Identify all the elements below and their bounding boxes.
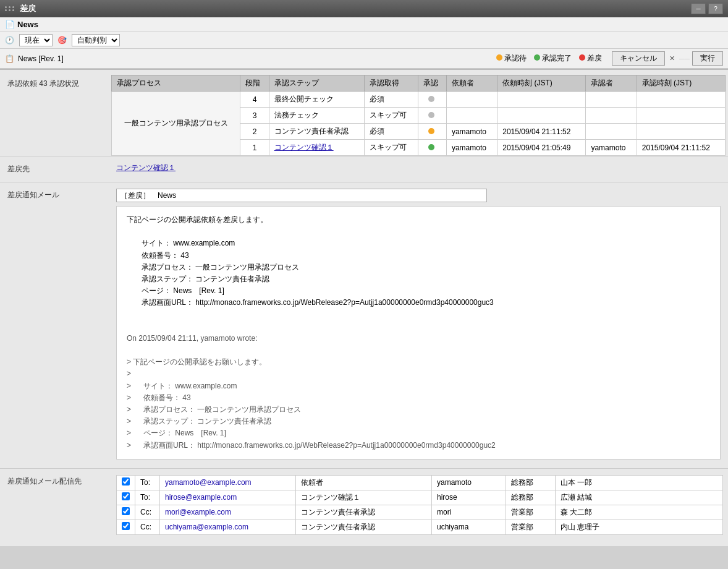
recipient-name: 山本 一郎	[556, 475, 723, 490]
mail-subject-input[interactable]	[116, 189, 487, 202]
recipient-email-link[interactable]: hirose@example.com	[165, 493, 237, 502]
time-select[interactable]: 現在	[19, 34, 53, 46]
col-required: 承認取得	[364, 75, 418, 92]
pending-dot	[496, 54, 502, 61]
status-cell	[418, 140, 446, 156]
col-requester: 依頼者	[446, 75, 497, 92]
mail-site: サイト： www.example.com	[142, 237, 710, 249]
mail-notification-content: 下記ページの公開承認依頼を差戻します。 サイト： www.example.com…	[111, 186, 728, 464]
requester-cell	[446, 92, 497, 108]
target-select[interactable]: 自動判別	[72, 34, 120, 46]
approval-table-wrapper: 承認プロセス 段階 承認ステップ 承認取得 承認 依頼者 依頼時刻 (JST) …	[111, 75, 726, 156]
required-cell: 必須	[364, 92, 418, 108]
mail-quoted-step: > 承認ステップ： コンテンツ責任者承認	[127, 416, 710, 427]
clock-icon: 🕐	[5, 36, 14, 45]
recipient-checkbox-cell[interactable]	[117, 520, 135, 534]
request-time-cell	[497, 92, 586, 108]
required-cell: 必須	[364, 124, 418, 140]
requester-cell: yamamoto	[446, 124, 497, 140]
status-dot	[428, 144, 434, 150]
execute-button[interactable]: 実行	[692, 51, 723, 66]
mail-notification-label: 差戻通知メール	[0, 186, 111, 204]
approver-cell: yamamoto	[586, 140, 637, 156]
recipient-email: uchiyama@example.com	[160, 520, 296, 534]
requester-cell: yamamoto	[446, 140, 497, 156]
mail-intro: 下記ページの公開承認依頼を差戻します。	[127, 214, 710, 226]
recipient-type: Cc:	[135, 505, 160, 520]
top-bar-container: 📄 News 🕐 現在 🎯 自動判別 📋 News [Rev. 1] 承認待 承…	[0, 17, 728, 70]
recipient-email: mori@example.com	[160, 505, 296, 520]
recipients-label: 差戻通知メール配信先	[0, 473, 111, 490]
recipient-type: Cc:	[135, 520, 160, 534]
title-bar-controls: ─ ?	[691, 3, 723, 14]
status-legend: 承認待 承認完了 差戻	[496, 53, 602, 64]
cancel-close-icon[interactable]: ✕	[667, 54, 677, 62]
col-stage: 段階	[240, 75, 269, 92]
title-bar: 差戻 ─ ?	[0, 0, 728, 17]
table-row: Cc:uchiyama@example.comコンテンツ責任者承認uchiyam…	[117, 520, 723, 534]
pending-label: 承認待	[504, 54, 527, 62]
mail-step: 承認ステップ： コンテンツ責任者承認	[142, 273, 710, 285]
approval-table: 承認プロセス 段階 承認ステップ 承認取得 承認 依頼者 依頼時刻 (JST) …	[111, 75, 726, 156]
stage-cell: 3	[240, 108, 269, 124]
required-cell: スキップ可	[364, 140, 418, 156]
return-destination-link[interactable]: コンテンツ確認１	[116, 163, 176, 172]
help-button[interactable]: ?	[708, 3, 723, 14]
mail-quoted-intro: > 下記ページの公開承認をお願いします。	[127, 356, 710, 368]
step-cell[interactable]: コンテンツ確認１	[269, 140, 364, 156]
step-cell: 法務チェック	[269, 108, 364, 124]
recipients-table: To:yamamoto@example.com依頼者yamamoto総務部山本 …	[116, 475, 723, 535]
recipient-checkbox[interactable]	[122, 492, 130, 500]
recipient-username: hirose	[432, 490, 506, 505]
mail-quoted-header: On 2015/09/04 21:11, yamamoto wrote:	[127, 333, 710, 344]
recipient-checkbox-cell[interactable]	[117, 490, 135, 505]
recipient-email: yamamoto@example.com	[160, 475, 296, 490]
approval-section: 承認依頼 43 承認状況 承認プロセス 段階 承認ステップ 承認取得 承認 依頼…	[0, 72, 728, 156]
recipient-name: 広瀬 結城	[556, 490, 723, 505]
recipient-checkbox-cell[interactable]	[117, 505, 135, 520]
recipients-content: To:yamamoto@example.com依頼者yamamoto総務部山本 …	[111, 473, 728, 537]
recipient-dept: 営業部	[506, 520, 556, 534]
table-row: To:hirose@example.comコンテンツ確認１hirose総務部広瀬…	[117, 490, 723, 505]
recipient-checkbox-cell[interactable]	[117, 475, 135, 490]
main-content: 承認依頼 43 承認状況 承認プロセス 段階 承認ステップ 承認取得 承認 依頼…	[0, 70, 728, 546]
stage-cell: 2	[240, 124, 269, 140]
mail-request-no: 依頼番号： 43	[142, 250, 710, 262]
title-bar-title: 差戻	[20, 3, 691, 14]
approval-time-cell: 2015/09/04 21:11:52	[637, 140, 725, 156]
recipient-username: mori	[432, 505, 506, 520]
return-destination-row: 差戻先 コンテンツ確認１	[0, 156, 728, 182]
toolbar: 🕐 現在 🎯 自動判別	[0, 32, 728, 49]
app-bar-title: News	[17, 20, 38, 29]
return-destination-value: コンテンツ確認１	[111, 160, 728, 176]
recipient-name: 森 大二郎	[556, 505, 723, 520]
app-bar: 📄 News	[0, 17, 728, 32]
approver-cell	[586, 108, 637, 124]
required-cell: スキップ可	[364, 108, 418, 124]
recipient-checkbox[interactable]	[122, 507, 130, 515]
approved-dot	[534, 54, 540, 61]
mail-process: 承認プロセス： 一般コンテンツ用承認プロセス	[142, 262, 710, 273]
action-buttons: キャンセル ✕ ── 実行	[612, 51, 723, 66]
recipient-email-link[interactable]: yamamoto@example.com	[165, 478, 252, 487]
request-time-cell: 2015/09/04 21:05:49	[497, 140, 586, 156]
recipient-checkbox[interactable]	[122, 477, 130, 486]
title-bar-grip	[5, 6, 15, 11]
step-cell: コンテンツ責任者承認	[269, 124, 364, 140]
recipient-username: yamamoto	[432, 475, 506, 490]
cancel-button[interactable]: キャンセル	[612, 51, 665, 66]
recipient-role: コンテンツ責任者承認	[296, 505, 432, 520]
mail-url: 承認画面URL： http://monaco.frameworks.co.jp/…	[142, 297, 710, 309]
request-time-cell: 2015/09/04 21:11:52	[497, 124, 586, 140]
status-dot-gray	[428, 112, 434, 118]
step-cell: 最終公開チェック	[269, 92, 364, 108]
recipient-dept: 総務部	[506, 490, 556, 505]
recipient-checkbox[interactable]	[122, 522, 130, 530]
mail-quoted-url: > 承認画面URL： http://monaco.frameworks.co.j…	[127, 440, 710, 451]
stage-cell: 4	[240, 92, 269, 108]
rejected-label: 差戻	[587, 54, 602, 62]
minimize-button[interactable]: ─	[691, 3, 706, 14]
recipient-email-link[interactable]: mori@example.com	[165, 508, 231, 516]
recipient-email-link[interactable]: uchiyama@example.com	[165, 523, 248, 531]
table-row: Cc:mori@example.comコンテンツ責任者承認mori営業部森 大二…	[117, 505, 723, 520]
